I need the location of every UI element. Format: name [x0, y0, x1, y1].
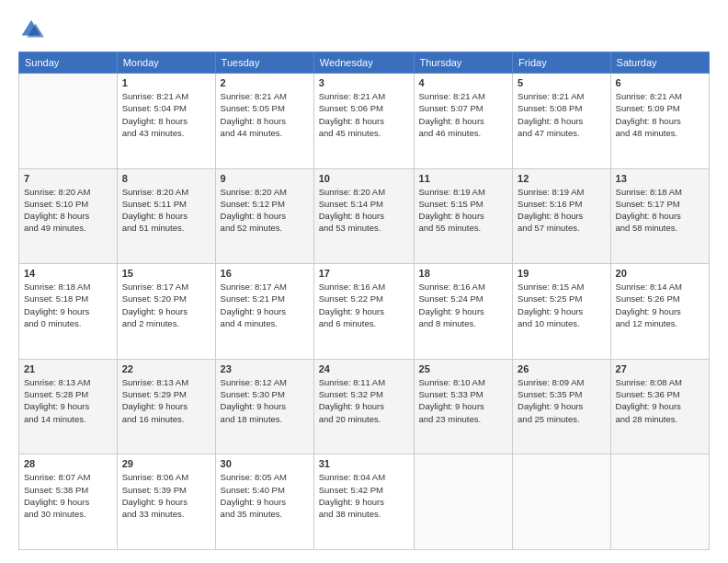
day-info: Sunrise: 8:19 AMSunset: 5:15 PMDaylight:… — [419, 186, 508, 235]
week-row-1: 1Sunrise: 8:21 AMSunset: 5:04 PMDaylight… — [19, 74, 710, 169]
day-cell — [610, 454, 709, 550]
calendar-header-row: SundayMondayTuesdayWednesdayThursdayFrid… — [19, 52, 710, 74]
day-cell — [414, 454, 513, 550]
day-cell: 30Sunrise: 8:05 AMSunset: 5:40 PMDayligh… — [215, 454, 313, 550]
column-header-friday: Friday — [513, 52, 610, 74]
day-number: 14 — [24, 268, 112, 279]
day-info: Sunrise: 8:18 AMSunset: 5:17 PMDaylight:… — [616, 186, 704, 235]
day-cell: 15Sunrise: 8:17 AMSunset: 5:20 PMDayligh… — [117, 264, 215, 360]
day-info: Sunrise: 8:19 AMSunset: 5:16 PMDaylight:… — [518, 186, 605, 235]
day-number: 22 — [122, 363, 210, 374]
day-cell: 29Sunrise: 8:06 AMSunset: 5:39 PMDayligh… — [117, 454, 215, 550]
header — [18, 17, 710, 42]
day-info: Sunrise: 8:13 AMSunset: 5:28 PMDaylight:… — [24, 376, 112, 425]
day-number: 12 — [518, 173, 605, 184]
logo — [18, 17, 48, 42]
day-cell: 26Sunrise: 8:09 AMSunset: 5:35 PMDayligh… — [513, 359, 610, 454]
day-cell: 2Sunrise: 8:21 AMSunset: 5:05 PMDaylight… — [215, 74, 313, 169]
day-number: 10 — [319, 173, 409, 184]
day-info: Sunrise: 8:21 AMSunset: 5:06 PMDaylight:… — [319, 90, 409, 139]
day-info: Sunrise: 8:10 AMSunset: 5:33 PMDaylight:… — [419, 376, 508, 425]
day-info: Sunrise: 8:07 AMSunset: 5:38 PMDaylight:… — [24, 471, 112, 520]
day-info: Sunrise: 8:09 AMSunset: 5:35 PMDaylight:… — [518, 376, 605, 425]
day-cell: 7Sunrise: 8:20 AMSunset: 5:10 PMDaylight… — [19, 168, 118, 264]
day-number: 11 — [419, 173, 508, 184]
day-cell: 6Sunrise: 8:21 AMSunset: 5:09 PMDaylight… — [610, 74, 709, 169]
column-header-thursday: Thursday — [414, 52, 513, 74]
day-cell: 18Sunrise: 8:16 AMSunset: 5:24 PMDayligh… — [414, 264, 513, 360]
day-number: 8 — [122, 173, 210, 184]
day-cell: 22Sunrise: 8:13 AMSunset: 5:29 PMDayligh… — [117, 359, 215, 454]
day-number: 3 — [319, 77, 409, 88]
day-cell: 1Sunrise: 8:21 AMSunset: 5:04 PMDaylight… — [117, 74, 215, 169]
day-info: Sunrise: 8:16 AMSunset: 5:24 PMDaylight:… — [419, 281, 508, 329]
day-info: Sunrise: 8:08 AMSunset: 5:36 PMDaylight:… — [616, 376, 704, 425]
day-cell — [513, 454, 610, 550]
day-number: 25 — [419, 363, 508, 374]
day-info: Sunrise: 8:06 AMSunset: 5:39 PMDaylight:… — [122, 471, 210, 520]
day-number: 9 — [221, 173, 309, 184]
column-header-monday: Monday — [117, 52, 215, 74]
day-cell: 28Sunrise: 8:07 AMSunset: 5:38 PMDayligh… — [19, 454, 118, 550]
day-info: Sunrise: 8:04 AMSunset: 5:42 PMDaylight:… — [319, 471, 409, 520]
day-cell: 13Sunrise: 8:18 AMSunset: 5:17 PMDayligh… — [610, 168, 709, 264]
day-info: Sunrise: 8:17 AMSunset: 5:20 PMDaylight:… — [122, 281, 210, 329]
day-number: 20 — [616, 268, 704, 279]
day-info: Sunrise: 8:20 AMSunset: 5:12 PMDaylight:… — [221, 186, 309, 235]
day-cell — [19, 74, 118, 169]
day-cell: 5Sunrise: 8:21 AMSunset: 5:08 PMDaylight… — [513, 74, 610, 169]
day-info: Sunrise: 8:13 AMSunset: 5:29 PMDaylight:… — [122, 376, 210, 425]
day-number: 31 — [319, 458, 409, 469]
day-info: Sunrise: 8:18 AMSunset: 5:18 PMDaylight:… — [24, 281, 112, 329]
day-info: Sunrise: 8:20 AMSunset: 5:11 PMDaylight:… — [122, 186, 210, 235]
day-info: Sunrise: 8:20 AMSunset: 5:10 PMDaylight:… — [24, 186, 112, 235]
day-cell: 4Sunrise: 8:21 AMSunset: 5:07 PMDaylight… — [414, 74, 513, 169]
day-cell: 8Sunrise: 8:20 AMSunset: 5:11 PMDaylight… — [117, 168, 215, 264]
day-cell: 24Sunrise: 8:11 AMSunset: 5:32 PMDayligh… — [313, 359, 414, 454]
day-cell: 14Sunrise: 8:18 AMSunset: 5:18 PMDayligh… — [19, 264, 118, 360]
day-info: Sunrise: 8:21 AMSunset: 5:05 PMDaylight:… — [221, 90, 309, 139]
day-number: 28 — [24, 458, 112, 469]
day-number: 16 — [221, 268, 309, 279]
day-number: 18 — [419, 268, 508, 279]
day-number: 4 — [419, 77, 508, 88]
day-cell: 31Sunrise: 8:04 AMSunset: 5:42 PMDayligh… — [313, 454, 414, 550]
day-info: Sunrise: 8:11 AMSunset: 5:32 PMDaylight:… — [319, 376, 409, 425]
day-info: Sunrise: 8:21 AMSunset: 5:07 PMDaylight:… — [419, 90, 508, 139]
day-number: 1 — [122, 77, 210, 88]
day-cell: 10Sunrise: 8:20 AMSunset: 5:14 PMDayligh… — [313, 168, 414, 264]
column-header-sunday: Sunday — [19, 52, 118, 74]
column-header-saturday: Saturday — [610, 52, 709, 74]
day-info: Sunrise: 8:21 AMSunset: 5:08 PMDaylight:… — [518, 90, 605, 139]
day-cell: 3Sunrise: 8:21 AMSunset: 5:06 PMDaylight… — [313, 74, 414, 169]
day-number: 21 — [24, 363, 112, 374]
day-info: Sunrise: 8:16 AMSunset: 5:22 PMDaylight:… — [319, 281, 409, 329]
day-cell: 11Sunrise: 8:19 AMSunset: 5:15 PMDayligh… — [414, 168, 513, 264]
week-row-4: 21Sunrise: 8:13 AMSunset: 5:28 PMDayligh… — [19, 359, 710, 454]
column-header-wednesday: Wednesday — [313, 52, 414, 74]
day-number: 23 — [221, 363, 309, 374]
day-cell: 17Sunrise: 8:16 AMSunset: 5:22 PMDayligh… — [313, 264, 414, 360]
calendar: SundayMondayTuesdayWednesdayThursdayFrid… — [18, 52, 710, 550]
week-row-5: 28Sunrise: 8:07 AMSunset: 5:38 PMDayligh… — [19, 454, 710, 550]
day-number: 5 — [518, 77, 605, 88]
day-cell: 19Sunrise: 8:15 AMSunset: 5:25 PMDayligh… — [513, 264, 610, 360]
day-number: 15 — [122, 268, 210, 279]
day-cell: 16Sunrise: 8:17 AMSunset: 5:21 PMDayligh… — [215, 264, 313, 360]
day-number: 17 — [319, 268, 409, 279]
day-number: 13 — [616, 173, 704, 184]
day-info: Sunrise: 8:12 AMSunset: 5:30 PMDaylight:… — [221, 376, 309, 425]
day-number: 27 — [616, 363, 704, 374]
day-number: 19 — [518, 268, 605, 279]
day-number: 24 — [319, 363, 409, 374]
day-info: Sunrise: 8:15 AMSunset: 5:25 PMDaylight:… — [518, 281, 605, 329]
day-number: 29 — [122, 458, 210, 469]
day-number: 30 — [221, 458, 309, 469]
day-cell: 23Sunrise: 8:12 AMSunset: 5:30 PMDayligh… — [215, 359, 313, 454]
day-info: Sunrise: 8:21 AMSunset: 5:04 PMDaylight:… — [122, 90, 210, 139]
day-info: Sunrise: 8:17 AMSunset: 5:21 PMDaylight:… — [221, 281, 309, 329]
week-row-2: 7Sunrise: 8:20 AMSunset: 5:10 PMDaylight… — [19, 168, 710, 264]
day-cell: 9Sunrise: 8:20 AMSunset: 5:12 PMDaylight… — [215, 168, 313, 264]
day-number: 6 — [616, 77, 704, 88]
logo-icon — [18, 17, 44, 42]
